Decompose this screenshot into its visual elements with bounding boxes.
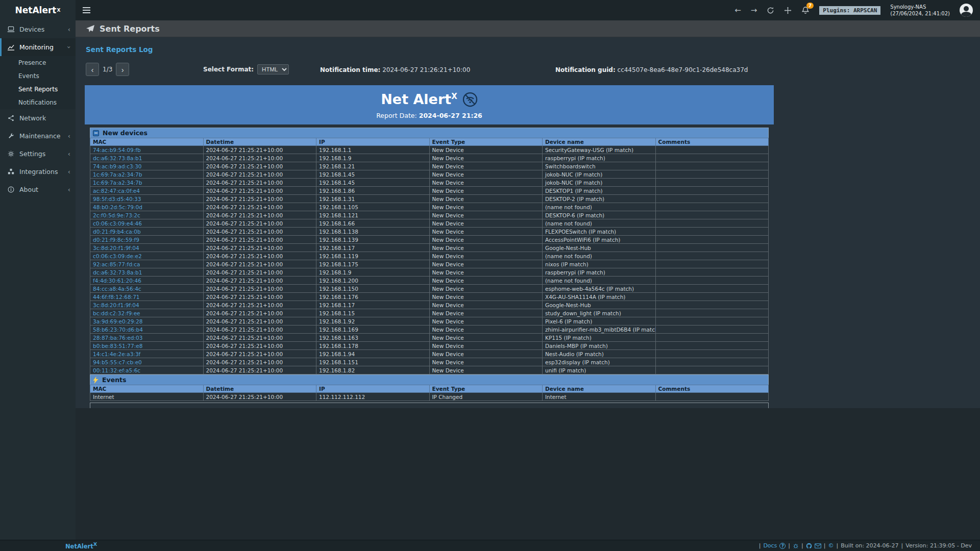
- app-logo[interactable]: NetAlertX: [0, 0, 76, 20]
- table-cell: 192.168.1.139: [316, 236, 430, 244]
- table-cell: 192.168.1.31: [316, 195, 430, 203]
- table-cell: 2024-06-27 21:25:21+10:00: [203, 350, 316, 358]
- mac-link[interactable]: 3c:8d:20:f1:9f:04: [93, 245, 139, 251]
- table-row: 00:11:32:ef:a5:6c2024-06-27 21:25:21+10:…: [90, 366, 769, 374]
- table-cell: 2024-06-27 21:25:21+10:00: [203, 211, 316, 219]
- mac-link[interactable]: 14:c1:4e:2e:a3:3f: [93, 351, 140, 357]
- docs-link[interactable]: Docs: [763, 542, 777, 549]
- sidebar-item-presence[interactable]: Presence: [0, 56, 76, 69]
- table-cell: [655, 334, 769, 342]
- table-cell: 192.168.1.45: [316, 179, 430, 187]
- notification-time-label: Notification time:: [320, 66, 380, 73]
- sidebar-item-network[interactable]: Network: [0, 109, 76, 127]
- mac-link[interactable]: 58:b6:23:70:d6:b4: [93, 327, 143, 333]
- mac-link[interactable]: 1c:69:7a:a2:34:7b: [93, 180, 142, 186]
- mac-link[interactable]: 98:5f:d3:d5:40:33: [93, 196, 141, 202]
- move-icon[interactable]: [784, 7, 792, 14]
- report-date-value: 2024-06-27 21:26: [419, 112, 482, 119]
- table-cell: New Device: [429, 277, 543, 285]
- network-icon: [7, 115, 15, 121]
- table-row: ac:82:47:ca:0f:e42024-06-27 21:25:21+10:…: [90, 187, 769, 195]
- mac-link[interactable]: 94:b5:55:c7:cb:e0: [93, 359, 142, 365]
- table-cell: 92:ac:85:77:fd:ca: [90, 260, 204, 268]
- table-cell: [655, 195, 769, 203]
- mac-link[interactable]: b0:be:83:51:77:e8: [93, 343, 142, 349]
- table-cell: 2024-06-27 21:25:21+10:00: [203, 228, 316, 236]
- table-cell: 192.168.1.200: [316, 277, 430, 285]
- monitoring-submenu: Presence Events Sent Reports Notificatio…: [0, 56, 76, 109]
- mac-link[interactable]: c0:06:c3:09:e4:46: [93, 220, 142, 227]
- chevron-down-icon: ›: [65, 46, 73, 48]
- mac-link[interactable]: ac:82:47:ca:0f:e4: [93, 188, 140, 194]
- back-icon[interactable]: ←: [734, 6, 741, 15]
- table-cell: 2024-06-27 21:25:21+10:00: [203, 334, 316, 342]
- sidebar-item-about[interactable]: About ‹: [0, 181, 76, 198]
- table-row: 28:87:ba:76:ed:032024-06-27 21:25:21+10:…: [90, 334, 769, 342]
- mac-link[interactable]: 3a:9d:69:e0:29:28: [93, 318, 142, 324]
- table-cell: IP Changed: [429, 393, 543, 401]
- mail-icon[interactable]: [815, 543, 821, 548]
- table-cell: New Device: [429, 301, 543, 309]
- question-circle-icon[interactable]: ?: [779, 543, 786, 549]
- mac-link[interactable]: 74:ac:b9:ad:c3:30: [93, 163, 142, 169]
- sidebar-item-events[interactable]: Events: [0, 69, 76, 83]
- table-cell: New Device: [429, 146, 543, 154]
- table-cell: [655, 350, 769, 358]
- sidebar-item-devices[interactable]: Devices ‹: [0, 20, 76, 38]
- sidebar-item-integrations[interactable]: Integrations ‹: [0, 163, 76, 181]
- mac-link[interactable]: bc:dd:c2:32:f9:ee: [93, 310, 140, 316]
- copyright-symbol[interactable]: ©: [828, 542, 834, 549]
- sidebar-item-settings[interactable]: Settings ‹: [0, 145, 76, 163]
- info-icon: [7, 186, 15, 193]
- mac-link[interactable]: 1c:69:7a:a2:34:7b: [93, 171, 142, 178]
- table-cell: New Device: [429, 334, 543, 342]
- page-footer: NetAlertX | Docs ? | | | © | Built on: 2…: [0, 540, 980, 551]
- mac-link[interactable]: f4:4d:30:61:20:46: [93, 278, 141, 284]
- devices-section-icon: −: [93, 130, 99, 136]
- mac-link[interactable]: d0:21:f9:b4:ca:0b: [93, 229, 141, 235]
- prev-page-button[interactable]: ‹: [86, 63, 99, 76]
- user-avatar[interactable]: [960, 4, 973, 17]
- sidebar-item-notifications[interactable]: Notifications: [0, 96, 76, 109]
- github-icon[interactable]: [806, 543, 812, 549]
- mac-link[interactable]: 00:11:32:ef:a5:6c: [93, 367, 140, 373]
- table-cell: [655, 179, 769, 187]
- mac-link[interactable]: 74:ac:b9:54:09:fb: [93, 147, 141, 153]
- table-cell: esphome-web-4a564c (IP match): [543, 285, 656, 293]
- table-cell: 2024-06-27 21:25:21+10:00: [203, 309, 316, 317]
- refresh-icon[interactable]: [767, 7, 774, 14]
- table-row: c0:06:c3:09:e4:462024-06-27 21:25:21+10:…: [90, 219, 769, 228]
- sidebar-toggle-button[interactable]: [76, 0, 97, 20]
- table-cell: 2024-06-27 21:25:21+10:00: [203, 260, 316, 268]
- sidebar-item-sent-reports[interactable]: Sent Reports: [0, 83, 76, 96]
- next-page-button[interactable]: ›: [116, 63, 129, 76]
- mac-link[interactable]: dc:a6:32:73:8a:b1: [93, 269, 142, 276]
- mac-link[interactable]: 44:6f:f8:12:68:71: [93, 294, 140, 300]
- sidebar-item-maintenance[interactable]: Maintenance ‹: [0, 127, 76, 145]
- column-header: IP: [316, 385, 430, 393]
- bug-report-icon[interactable]: [793, 543, 799, 549]
- mac-link[interactable]: 2c:f0:5d:9e:73:2c: [93, 212, 140, 218]
- notification-time: Notification time: 2024-06-27 21:26:21+1…: [320, 66, 470, 73]
- mac-link[interactable]: dc:a6:32:73:8a:b1: [93, 155, 142, 161]
- footer-brand-link[interactable]: NetAlertX: [65, 541, 97, 550]
- table-row: f4:4d:30:61:20:462024-06-27 21:25:21+10:…: [90, 277, 769, 285]
- forward-icon[interactable]: →: [751, 6, 757, 15]
- mac-link[interactable]: 92:ac:85:77:fd:ca: [93, 261, 140, 267]
- notifications-bell[interactable]: 7: [801, 6, 810, 14]
- mac-link[interactable]: 3c:8d:20:f1:9f:04: [93, 302, 139, 308]
- plugins-status[interactable]: Plugins: ARPSCAN: [819, 6, 880, 15]
- mac-link[interactable]: c0:06:c3:09:de:e2: [93, 253, 142, 259]
- new-devices-section-header: − New devices: [90, 128, 769, 138]
- mac-link[interactable]: 84:cc:a8:4a:56:4c: [93, 286, 141, 292]
- pager: ‹ 1/3 ›: [86, 63, 129, 76]
- table-cell: New Device: [429, 317, 543, 325]
- table-cell: 2024-06-27 21:25:21+10:00: [203, 162, 316, 170]
- sidebar-item-monitoring[interactable]: Monitoring ›: [0, 38, 76, 56]
- mac-link[interactable]: 48:b0:2d:5c:79:0d: [93, 204, 142, 210]
- table-row: b0:be:83:51:77:e82024-06-27 21:25:21+10:…: [90, 342, 769, 350]
- format-select[interactable]: HTML: [257, 64, 289, 74]
- column-header: Event Type: [429, 385, 543, 393]
- mac-link[interactable]: d0:21:f9:8c:59:f9: [93, 237, 139, 243]
- mac-link[interactable]: 28:87:ba:76:ed:03: [93, 335, 142, 341]
